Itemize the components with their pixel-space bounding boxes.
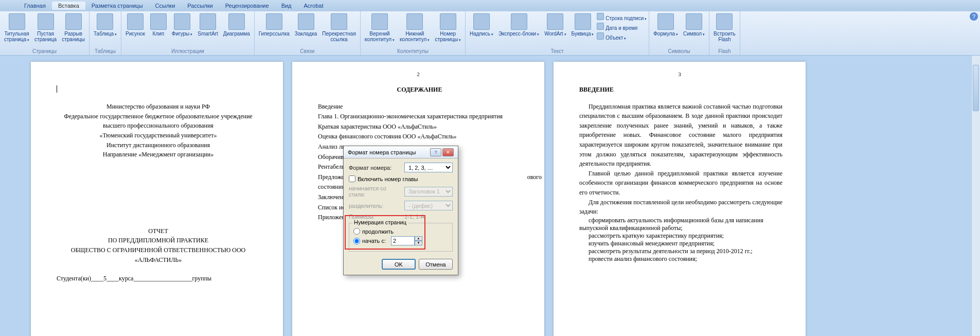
embed-flash-button[interactable]: ВстроитьFlash	[711, 12, 738, 43]
shapes-icon	[174, 13, 190, 30]
page-number-button[interactable]: Номерстраницы	[433, 12, 463, 43]
ribbon: Титульнаястраница Пустаястраница Разрывс…	[0, 11, 980, 56]
help-icon[interactable]: ?	[970, 12, 978, 21]
table-button[interactable]: Таблица	[92, 12, 119, 38]
quickparts-button[interactable]: Экспресс-блоки	[496, 12, 541, 38]
cancel-button[interactable]: Отмена	[419, 259, 453, 270]
scrollbar-thumb[interactable]	[973, 65, 979, 111]
footer-button[interactable]: Нижнийколонтитул	[398, 12, 432, 43]
numbering-legend: Нумерация страниц	[352, 219, 408, 225]
toc-item: Краткая характеристика ООО «АльфаСтиль»	[318, 122, 521, 132]
page3-para: Преддипломная практика является важной с…	[579, 102, 782, 169]
page-number-icon	[440, 13, 456, 30]
signature-line-button[interactable]: Строка подписи	[597, 12, 647, 22]
dialog-titlebar[interactable]: Формат номера страницы ? ✕	[344, 146, 458, 158]
format-label: Формат номера:	[349, 165, 401, 171]
group-illustrations: Рисунок Клип Фигуры SmartArt Диаграмма И…	[121, 11, 255, 55]
symbol-button[interactable]: Символ	[681, 12, 707, 38]
cover-page-icon	[9, 13, 25, 30]
hyperlink-button[interactable]: Гиперссылка	[257, 12, 292, 38]
continue-label: продолжить	[362, 228, 394, 235]
object-button[interactable]: Объект	[597, 32, 647, 41]
hyperlink-icon	[266, 13, 282, 30]
spinner-up[interactable]: ▲	[415, 236, 422, 241]
group-symbols-label: Символы	[651, 47, 707, 55]
group-pages-label: Страницы	[2, 47, 87, 55]
group-flash-label: Flash	[711, 47, 738, 55]
clipart-button[interactable]: Клип	[148, 12, 169, 38]
tab-mailings[interactable]: Рассылки	[181, 2, 219, 10]
page3-number: 3	[678, 71, 681, 77]
page2-title: СОДЕРЖАНИЕ	[318, 85, 521, 95]
dropcap-icon	[575, 13, 591, 30]
ok-button[interactable]: OK	[382, 259, 416, 270]
object-icon	[597, 32, 604, 40]
number-format-select[interactable]: 1, 2, 3, …	[404, 163, 453, 172]
blank-page-button[interactable]: Пустаястраница	[32, 12, 59, 43]
tab-view[interactable]: Вид	[275, 2, 298, 10]
include-chapter-checkbox[interactable]	[349, 175, 355, 182]
tab-insert[interactable]: Вставка	[52, 2, 85, 10]
dialog-close-button[interactable]: ✕	[442, 148, 454, 156]
dropcap-button[interactable]: Буквица	[569, 12, 596, 38]
start-at-radio[interactable]	[353, 238, 360, 244]
page3-bullet: сформировать актуальность информационной…	[579, 217, 782, 232]
shapes-button[interactable]: Фигуры	[170, 12, 194, 38]
page1-line: «Тюменский государственный университет»	[57, 131, 260, 140]
smartart-button[interactable]: SmartArt	[195, 12, 220, 38]
tab-acrobat[interactable]: Acrobat	[298, 2, 330, 10]
group-flash: ВстроитьFlash Flash	[709, 11, 740, 55]
tab-layout[interactable]: Разметка страницы	[85, 2, 149, 10]
page2-number: 2	[417, 71, 420, 77]
toc-item: Оценка финансового состояния ООО «АльфаС…	[318, 132, 521, 142]
group-illus-label: Иллюстрации	[123, 47, 252, 55]
page3-bullet: рассмотреть краткую характеристику предп…	[579, 232, 782, 240]
ribbon-tabs: Главная Вставка Разметка страницы Ссылки…	[0, 0, 980, 11]
page3-bullet: изучить финансовый менеджмент предприяти…	[579, 240, 782, 247]
flash-icon	[716, 13, 733, 30]
bookmark-icon	[298, 13, 314, 30]
cover-page-button[interactable]: Титульнаястраница	[2, 12, 31, 43]
group-hf-label: Колонтитулы	[363, 47, 463, 55]
wordart-icon	[547, 13, 563, 30]
page1-student: Студента(ки)____5____курса______________…	[57, 274, 260, 284]
spinner-down[interactable]: ▼	[415, 241, 422, 245]
tab-home[interactable]: Главная	[18, 2, 52, 10]
page3-bullet: провести анализ финансового состояния;	[579, 255, 782, 263]
start-at-input[interactable]	[391, 236, 415, 245]
page3-para: Для достижения поставленной цели необход…	[579, 198, 782, 217]
clipart-icon	[150, 13, 167, 30]
page1-line: Направление «Менеджмент организации»	[57, 150, 260, 160]
tab-review[interactable]: Рецензирование	[219, 2, 275, 10]
group-links: Гиперссылка Закладка Перекрестнаяссылка …	[255, 11, 361, 55]
chapter-style-label: начинается со стиля:	[349, 185, 401, 198]
textbox-icon	[473, 13, 490, 30]
bookmark-button[interactable]: Закладка	[293, 12, 319, 38]
datetime-button[interactable]: Дата и время	[597, 22, 647, 31]
textbox-button[interactable]: Надпись	[468, 12, 495, 38]
vertical-scrollbar[interactable]	[971, 56, 980, 336]
tab-references[interactable]: Ссылки	[149, 2, 182, 10]
symbol-icon	[686, 13, 702, 30]
page-3[interactable]: 3 ВВЕДЕНИЕ Преддипломная практика являет…	[554, 62, 806, 336]
dialog-help-button[interactable]: ?	[430, 148, 441, 156]
header-button[interactable]: Верхнийколонтитул	[363, 12, 397, 43]
group-symbols: Формула Символ Символы	[649, 11, 709, 55]
group-tables-label: Таблицы	[92, 47, 119, 55]
picture-icon	[127, 13, 144, 30]
page-break-button[interactable]: Разрывстраницы	[60, 12, 87, 43]
datetime-icon	[597, 23, 604, 30]
crossref-button[interactable]: Перекрестнаяссылка	[320, 12, 358, 43]
blank-page-icon	[38, 13, 54, 30]
toc-item: Глава 1. Организационно-экономическая ха…	[318, 112, 521, 121]
wordart-button[interactable]: WordArt	[542, 12, 568, 38]
page1-line: Институт дистанционного образования	[57, 140, 260, 150]
toc-item: Введение	[318, 102, 521, 112]
document-area: Министерство образования и науки РФ Феде…	[0, 56, 980, 336]
page3-para: Главной целью данной преддипломной практ…	[579, 169, 782, 198]
continue-radio[interactable]	[353, 228, 360, 235]
picture-button[interactable]: Рисунок	[123, 12, 147, 38]
equation-button[interactable]: Формула	[651, 12, 680, 38]
page-1[interactable]: Министерство образования и науки РФ Феде…	[31, 62, 283, 336]
chart-button[interactable]: Диаграмма	[221, 12, 252, 38]
